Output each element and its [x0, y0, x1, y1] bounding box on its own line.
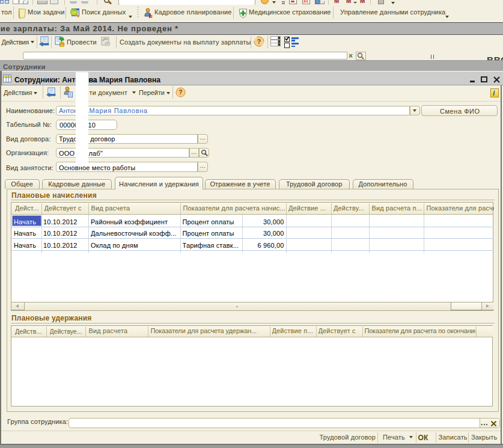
svg-text:?: ? — [257, 38, 261, 45]
svg-text:?: ? — [178, 89, 182, 96]
